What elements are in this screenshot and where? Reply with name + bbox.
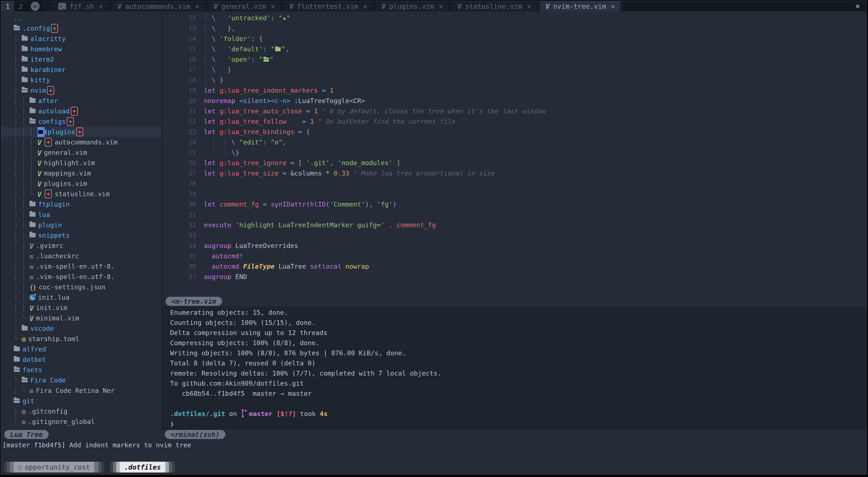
tab-close-icon[interactable]: × (195, 2, 199, 10)
line-number: 26 (162, 158, 196, 168)
file-tree[interactable]: ...config│ alacritty│ homebrew│ iterm2│ … (1, 11, 162, 430)
terminal-pane[interactable]: Enumerating objects: 15, done.Counting o… (162, 307, 866, 430)
tree-row[interactable]: │ │ │ autocommands.vim (1, 137, 162, 147)
tree-row[interactable]: │ │ └ statusline.vim (1, 189, 162, 199)
tree-indent-guides: │ (14, 56, 22, 63)
tree-row[interactable]: alfred (1, 344, 162, 354)
vim-icon (37, 169, 42, 179)
tree-label: plugins (48, 128, 75, 136)
editor-line[interactable]: 16│ \ 'open': "" (162, 54, 866, 65)
tree-row[interactable]: │ │ .luacheckrc (1, 251, 162, 261)
tree-indent-guides: └ (14, 376, 22, 384)
tab-close-icon[interactable]: × (527, 2, 531, 10)
tree-row[interactable]: │ │ │ plugins (1, 127, 162, 137)
editor-line[interactable]: 22let g:lua_tree_follow = 1 " On bufEnte… (162, 116, 866, 127)
editor-line[interactable]: 26let g:lua_tree_ignore = [ '.git', 'nod… (162, 158, 866, 168)
tree-row[interactable]: │ │ configs (1, 116, 162, 127)
tree-row[interactable]: │ │ coc-settings.json (1, 282, 162, 292)
terminal-line: Writing objects: 100% (8/8), 876 bytes |… (170, 348, 866, 358)
tree-row[interactable]: │ │ autoload (1, 106, 162, 116)
tree-row[interactable]: │ kitty (1, 75, 162, 85)
line-number: 17 (162, 65, 196, 75)
tree-row[interactable]: │ alacritty (1, 34, 162, 44)
tab-close-icon[interactable]: × (99, 2, 103, 10)
tmux-window-.dotfiles[interactable]: .dotfiles (111, 462, 175, 473)
tabpage-number[interactable]: 1 (1, 1, 14, 11)
tree-row[interactable]: │ │ │ plugins.vim (1, 178, 162, 189)
tab-general.vim[interactable]: general.vim× (208, 1, 281, 11)
editor-line[interactable]: 21let g:lua_tree_auto_close = 1 " 0 by d… (162, 106, 866, 116)
editor-line[interactable]: 27let g:lua_tree_size = &columns * 0.33 … (162, 168, 866, 178)
tab-nvim-tree.vim[interactable]: nvim-tree.vim× (540, 1, 620, 11)
editor-line[interactable]: 18│ \ } (162, 75, 866, 85)
editor-line[interactable]: 15│ \ 'default': "", (162, 44, 866, 54)
tab-close-icon[interactable]: × (271, 2, 275, 10)
tree-row[interactable]: │ .gitignore_global (1, 416, 162, 427)
tree-row[interactable]: .config (1, 23, 162, 34)
tree-row[interactable]: │ │ after (1, 96, 162, 106)
tab-close-icon[interactable]: × (363, 2, 367, 10)
editor-line[interactable]: 35 autocmd! (162, 251, 866, 261)
tree-row[interactable]: └ starship.toml (1, 334, 162, 344)
editor-line[interactable]: 25 │ │ \} (162, 147, 866, 158)
editor-line[interactable]: 28 (162, 178, 866, 189)
tree-row[interactable]: │ karabiner (1, 65, 162, 75)
tree-row[interactable]: │ │ │ mappings.vim (1, 168, 162, 178)
tree-row[interactable]: │ │ │ highlight.vim (1, 158, 162, 168)
tab-fzf.sh[interactable]: fzf.sh× (53, 1, 108, 11)
tab-close-icon[interactable]: × (611, 2, 615, 10)
tree-row[interactable]: │ │ lua (1, 209, 162, 220)
tree-row[interactable]: │ │ init.vim (1, 303, 162, 313)
tree-row[interactable]: └ Fira Code (1, 375, 162, 385)
line-number: 14 (162, 34, 196, 44)
close-all-icon[interactable]: ✖ (856, 1, 860, 11)
tree-row[interactable]: │ │ ftplugin (1, 199, 162, 209)
editor-line[interactable]: 19let g:lua_tree_indent_markers = 1 (162, 85, 866, 96)
tree-row[interactable]: │ homebrew (1, 44, 162, 54)
tree-row[interactable]: git (1, 396, 162, 406)
tree-row[interactable]: │ │ plugin (1, 220, 162, 230)
editor-line[interactable]: 29 (162, 189, 866, 199)
editor-line[interactable]: 17│ \ } (162, 65, 866, 75)
editor-line[interactable]: 36 autocmd FileType LuaTree setlocal now… (162, 261, 866, 272)
editor-line[interactable]: 37augroup END (162, 272, 866, 282)
tree-row[interactable]: │ └ minimal.vim (1, 313, 162, 323)
line-number: 21 (162, 106, 196, 116)
editor-line[interactable]: 13│ \ }, (162, 23, 866, 34)
editor-buffer[interactable]: 12│ \ 'untracked': "★"13│ \ },14│ \ 'fol… (162, 11, 866, 296)
editor-line[interactable]: 30let comment_fg = synIDattr(hlID('Comme… (162, 199, 866, 209)
editor-line[interactable]: 23let g:lua_tree_bindings = { (162, 127, 866, 137)
editor-line[interactable]: 33 (162, 230, 866, 241)
tree-row[interactable]: │ │ snippets (1, 230, 162, 241)
tree-row[interactable]: │ │ .gvimrc (1, 241, 162, 251)
tree-row[interactable]: │ │ .vim-spell-en.utf-8. (1, 272, 162, 282)
tab-plugins.vim[interactable]: plugins.vim× (376, 1, 448, 11)
tree-row[interactable]: │ iterm2 (1, 54, 162, 65)
tab-statusline.vim[interactable]: statusline.vim× (452, 1, 536, 11)
tmux-window-opportunity_cost[interactable]: □opportunity_cost (4, 462, 104, 473)
editor-line[interactable]: 14│ \ 'folder': { (162, 34, 866, 44)
tab-fluttertest.vim[interactable]: fluttertest.vim× (284, 1, 373, 11)
tree-row[interactable]: dotbot (1, 354, 162, 365)
editor-line[interactable]: 34augroup LuaTreeOverrides (162, 241, 866, 251)
tree-indent-guides: │ │ (14, 232, 30, 239)
editor-line[interactable]: 12│ \ 'untracked': "★" (162, 13, 866, 23)
editor-line[interactable]: 20nnoremap <silent><c-n> :LuaTreeToggle<… (162, 96, 866, 106)
tree-row[interactable]: │ .gitconfig (1, 406, 162, 416)
tree-row[interactable]: │ nvim (1, 85, 162, 96)
tree-row[interactable]: │ vscode (1, 323, 162, 334)
tab-autocommands.vim[interactable]: autocommands.vim× (112, 1, 205, 11)
tree-row[interactable]: │ │ │ general.vim (1, 147, 162, 158)
tree-row[interactable]: │ │ init.lua (1, 292, 162, 303)
editor-line[interactable]: 31 (162, 209, 866, 220)
vim-icon (37, 158, 42, 169)
tabpage-number[interactable]: 2 (14, 1, 27, 11)
tree-row[interactable]: .. (1, 13, 162, 23)
tree-row[interactable]: │ └ Fira Code Retina Ner (1, 385, 162, 396)
editor-line[interactable]: 24 │ │ \ "edit": "o", (162, 137, 866, 147)
tree-row[interactable]: fonts (1, 365, 162, 375)
tree-row[interactable]: │ │ .vim-spell-en.utf-8. (1, 261, 162, 272)
history-button[interactable]: ← (27, 1, 43, 11)
editor-line[interactable]: 32execute 'highlight LuaTreeIndentMarker… (162, 220, 866, 230)
tab-close-icon[interactable]: × (439, 2, 443, 10)
